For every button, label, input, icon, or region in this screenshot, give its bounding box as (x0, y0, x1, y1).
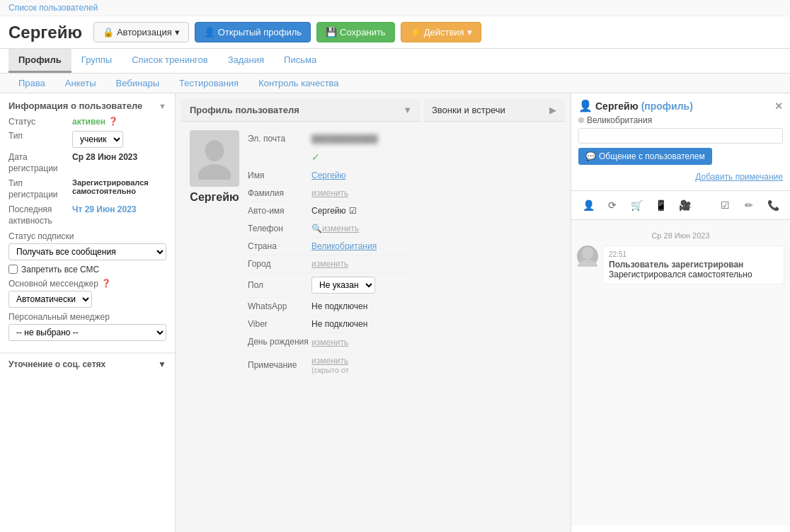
user-country: Великобритания (587, 115, 652, 125)
chevron-down-icon2: ▾ (467, 27, 472, 37)
profile-card: Профиль пользователя ▼ Сергейю (181, 99, 420, 387)
right-user-info: 👤 Сергейю (профиль) (578, 99, 693, 112)
tab-testing[interactable]: Тестирования (169, 74, 248, 93)
last-activity-row: Последняя активность Чт 29 Июн 2023 (8, 204, 166, 226)
user-info-section: Информация о пользователе ▼ Статус актив… (0, 93, 175, 353)
tab-quality[interactable]: Контроль качества (248, 74, 348, 93)
phone-toolbar-icon[interactable]: 📞 (763, 195, 783, 215)
close-button[interactable]: ✕ (774, 100, 783, 112)
chat-text-bold: Пользователь зарегистрирован (609, 260, 778, 270)
nav-tabs-row2: Права Анкеты Вебинары Тестирования Контр… (0, 74, 790, 93)
tab-surveys[interactable]: Анкеты (55, 74, 106, 93)
auto-name-checkbox: ☑ (349, 206, 357, 216)
sub-status-row: Статус подписки Получать все сообщения (8, 231, 166, 260)
block-sms-row: Запретить все СМС (8, 265, 166, 274)
note-row: Примечание изменить (скрыто от (248, 352, 412, 378)
breadcrumb: Список пользователей (0, 0, 790, 16)
block-sms-checkbox[interactable] (8, 265, 18, 274)
section-arrow-icon: ▼ (159, 102, 166, 110)
status-help-icon: ❓ (108, 117, 118, 126)
add-note-wrapper: Добавить примечание (578, 169, 783, 185)
right-panel: 👤 Сергейю (профиль) ✕ Великобритания 💬 (571, 93, 790, 532)
tab-tasks[interactable]: Задания (218, 49, 274, 73)
breadcrumb-link[interactable]: Список пользователей (8, 3, 98, 13)
save-button[interactable]: 💾 Сохранить (316, 22, 395, 42)
country-value[interactable]: Великобритания (311, 241, 377, 251)
social-section: Уточнение о соц. сетях ▼ (0, 353, 175, 375)
birthday-change[interactable]: изменить (311, 337, 348, 347)
person-icon: 👤 (204, 27, 215, 37)
auto-name-row: Авто-имя Сергейю ☑ (248, 202, 412, 220)
email-row: Эл. почта ████████████ (248, 130, 412, 148)
profile-fields: Эл. почта ████████████ ✓ Имя Сергейю (248, 130, 412, 378)
chat-bubble: 22:51 Пользователь зарегистрирован Зарег… (602, 245, 784, 284)
profile-card-arrow: ▼ (403, 105, 412, 115)
open-profile-button[interactable]: 👤 Открытый профиль (195, 22, 311, 42)
note-section: изменить (скрыто от (311, 356, 349, 374)
last-activity-value[interactable]: Чт 29 Июн 2023 (72, 204, 136, 214)
actions-button[interactable]: ⚡ Действия ▾ (401, 22, 481, 42)
center-panel: Профиль пользователя ▼ Сергейю (176, 93, 571, 532)
online-status-dot (578, 117, 584, 123)
profile-card-header: Профиль пользователя ▼ (181, 99, 420, 122)
add-note-link[interactable]: Добавить примечание (578, 169, 783, 185)
calls-card: Звонки и встречи ▶ (423, 99, 565, 387)
city-change[interactable]: изменить (311, 259, 348, 269)
tab-trainings[interactable]: Список тренингов (122, 49, 218, 73)
social-section-title[interactable]: Уточнение о соц. сетях ▼ (8, 359, 166, 369)
windows-watermark: Активация Windows (571, 526, 790, 532)
right-panel-top: 👤 Сергейю (профиль) ✕ Великобритания 💬 (571, 93, 790, 191)
sub-status-select[interactable]: Получать все сообщения (8, 243, 166, 260)
right-profile-link[interactable]: (профиль) (641, 100, 693, 112)
phone-row: Телефон 🔍 изменить (248, 220, 412, 238)
reg-type-row: Тип регистрации Зарегистрировался самост… (8, 178, 166, 200)
last-name-row: Фамилия изменить (248, 185, 412, 202)
tab-groups[interactable]: Группы (71, 49, 122, 73)
svg-point-3 (578, 260, 597, 267)
search-row (578, 128, 783, 144)
phone-change[interactable]: изменить (322, 224, 359, 233)
svg-point-1 (198, 164, 231, 180)
whatsapp-row: WhatsApp Не подключен (248, 298, 412, 316)
reg-date-value: Ср 28 Июн 2023 (72, 152, 137, 162)
last-name-change[interactable]: изменить (311, 188, 348, 198)
chat-message: 22:51 Пользователь зарегистрирован Зарег… (577, 245, 784, 284)
manager-select[interactable]: -- не выбрано -- (8, 324, 166, 341)
calls-card-header: Звонки и встречи ▶ (423, 99, 565, 122)
right-search-input[interactable] (578, 128, 783, 144)
profile-card-body: Сергейю Эл. почта ████████████ ✓ (181, 122, 420, 387)
type-select[interactable]: ученик (72, 131, 123, 148)
mobile-toolbar-icon[interactable]: 📱 (651, 195, 670, 215)
person-toolbar-icon[interactable]: 👤 (578, 195, 598, 215)
birthday-row: День рождения изменить (248, 333, 412, 352)
whatsapp-value: Не подключен (311, 301, 367, 311)
pencil-toolbar-icon[interactable]: ✏ (739, 195, 759, 215)
tab-rights[interactable]: Права (8, 74, 55, 93)
viber-row: Viber Не подключен (248, 316, 412, 333)
first-name-value[interactable]: Сергейю (311, 170, 346, 180)
note-hint: (скрыто от (311, 366, 349, 374)
email-verified-row: ✓ (248, 148, 412, 167)
check-toolbar-icon[interactable]: ☑ (715, 195, 735, 215)
search-icon: 🔍 (311, 224, 322, 233)
note-change[interactable]: изменить (311, 356, 349, 366)
avatar (190, 130, 239, 187)
auth-button[interactable]: 🔒 Авторизация ▾ (93, 22, 189, 42)
video-toolbar-icon[interactable]: 🎥 (675, 195, 694, 215)
tab-webinars[interactable]: Вебинары (106, 74, 169, 93)
tab-profile[interactable]: Профиль (8, 49, 71, 73)
reg-date-row: Дата регистрации Ср 28 Июн 2023 (8, 152, 166, 174)
cart-toolbar-icon[interactable]: 🛒 (626, 195, 646, 215)
history-toolbar-icon[interactable]: ⟳ (602, 195, 622, 215)
calls-empty (423, 122, 565, 149)
gender-row: Пол Не указан (248, 273, 412, 298)
viber-value: Не подключен (311, 319, 367, 329)
status-value: активен (72, 117, 105, 127)
gender-select[interactable]: Не указан (311, 277, 375, 294)
communicate-button[interactable]: 💬 Общение с пользователем (578, 148, 712, 165)
chat-time: 22:51 (609, 250, 778, 258)
online-row: Великобритания (578, 115, 783, 125)
right-user-name: Сергейю (595, 100, 639, 112)
messenger-select[interactable]: Автоматически (8, 291, 92, 308)
tab-letters[interactable]: Письма (274, 49, 326, 73)
